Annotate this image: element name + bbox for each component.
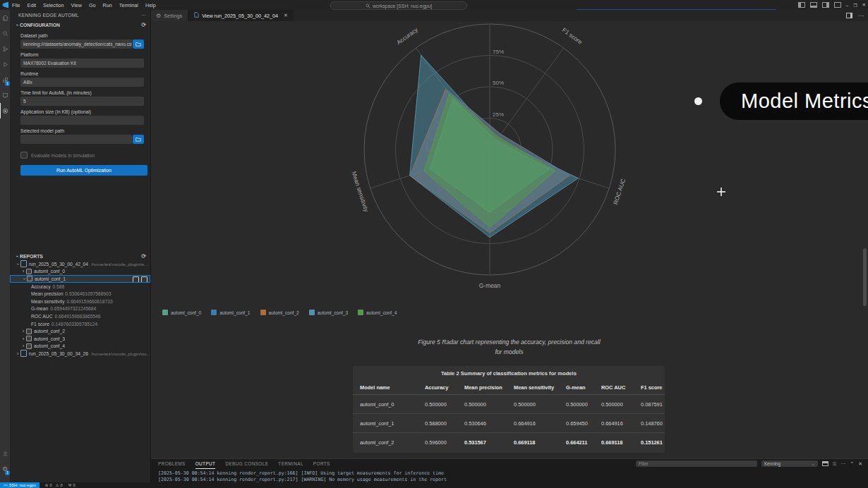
- close-icon[interactable]: ✕: [284, 13, 288, 18]
- lock-scroll-icon[interactable]: ⚿: [833, 461, 836, 467]
- checkbox-icon[interactable]: [20, 152, 28, 159]
- open-output-in-editor-icon[interactable]: [822, 461, 828, 466]
- panel-tab-debug-console[interactable]: DEBUG CONSOLE: [225, 461, 268, 469]
- metric-roc-auc[interactable]: ROC AUC0.6649159663865546: [10, 312, 150, 320]
- toggle-panel-icon[interactable]: [810, 2, 817, 8]
- more-actions-icon[interactable]: ⋯: [840, 461, 845, 467]
- svg-text:25%: 25%: [493, 111, 504, 118]
- metric-value: 0.588: [53, 284, 65, 289]
- panel-tab-terminal[interactable]: TERMINAL: [278, 461, 303, 469]
- panel-tab-problems[interactable]: PROBLEMS: [158, 461, 186, 469]
- chevron-right-icon[interactable]: ›: [20, 328, 26, 334]
- table-cell: 0.669118: [507, 439, 559, 446]
- config-label: automl_conf_0: [34, 269, 65, 274]
- menu-go[interactable]: Go: [85, 2, 100, 8]
- radar-chart: 75%50%25%AccuracyF1 scoreROC AUCG-meanMe…: [150, 21, 862, 325]
- refresh-icon[interactable]: ⟳: [141, 253, 146, 260]
- minimize-icon[interactable]: –: [846, 3, 849, 8]
- config-label: automl_conf_1: [35, 276, 66, 281]
- ports-indicator[interactable]: Ψ0: [68, 483, 76, 487]
- tree-item-automl_conf_0[interactable]: ›automl_conf_0: [10, 268, 150, 276]
- tree-item-automl_conf_1[interactable]: ›automl_conf_1: [10, 275, 150, 283]
- command-center-search[interactable]: workspace [SSH: nuc-egpu]: [330, 1, 467, 10]
- toggle-secondary-sidebar-icon[interactable]: [822, 2, 829, 8]
- chevron-right-icon[interactable]: ›: [20, 336, 26, 342]
- menu-view[interactable]: View: [68, 2, 85, 8]
- remote-explorer-icon: [2, 92, 8, 99]
- table-cell: 0.664211: [559, 439, 594, 446]
- panel-tab-output[interactable]: OUTPUT: [195, 461, 216, 469]
- activity-bar: 1⚙1: [0, 10, 10, 482]
- simulate-checkbox-row[interactable]: Evaluate models in simulation: [20, 152, 150, 159]
- close-window-icon[interactable]: ✕: [862, 2, 866, 8]
- activity-item-source-control[interactable]: [0, 41, 10, 56]
- output-filter-input[interactable]: Filter: [636, 460, 757, 467]
- field-input-0[interactable]: kenning:///datasets/anomaly_detection/ca…: [20, 39, 132, 49]
- field-input-3[interactable]: 5: [20, 97, 144, 106]
- run-automl-button[interactable]: Run AutoML Optimization: [20, 165, 147, 176]
- activity-item-explorer[interactable]: [0, 10, 10, 25]
- field-input-2[interactable]: Ai8x: [20, 78, 144, 87]
- chevron-right-icon[interactable]: ›: [20, 268, 26, 274]
- activity-item-extensions[interactable]: 1: [0, 72, 10, 87]
- split-editor-icon[interactable]: [846, 13, 852, 18]
- browse-button[interactable]: [133, 39, 144, 49]
- table-caption: Table 2 Summary of classification metric…: [353, 366, 665, 380]
- tree-item-automl_conf_3[interactable]: ›automl_conf_3: [10, 335, 150, 343]
- config-icon: [27, 276, 32, 281]
- tab-report-view[interactable]: View run_2025_05_30_00_42_04✕: [188, 10, 294, 21]
- refresh-icon[interactable]: ⟳: [141, 22, 146, 28]
- chevron-right-icon[interactable]: ›: [15, 350, 20, 357]
- metric-g-mean[interactable]: G-mean0.6594497321245684: [10, 305, 150, 313]
- chevron-down-icon[interactable]: ›: [21, 276, 28, 281]
- scrollbar-thumb[interactable]: [863, 248, 867, 306]
- metric-f1-score[interactable]: F1 score0.1487603305785124: [10, 320, 150, 328]
- menu-selection[interactable]: Selection: [40, 2, 68, 8]
- browse-button[interactable]: [133, 135, 144, 144]
- tree-item-run-0[interactable]: ›run_2025_05_30_00_42_04/home/ant/vscode…: [10, 260, 150, 268]
- menu-help[interactable]: Help: [142, 2, 159, 8]
- legend-item-automl_conf_0: automl_conf_0: [162, 310, 201, 315]
- open-file-icon[interactable]: [141, 276, 147, 283]
- activity-item-search[interactable]: [0, 25, 10, 41]
- activity-item-remote-explorer[interactable]: [0, 87, 10, 103]
- tree-item-automl_conf_4[interactable]: ›automl_conf_4: [10, 343, 150, 350]
- menu-bar: FileEditSelectionViewGoRunTerminalHelp: [8, 2, 159, 8]
- table-cell: 0.659450: [559, 420, 594, 427]
- configuration-header[interactable]: › CONFIGURATION ⟳: [10, 20, 150, 30]
- metric-mean-precision[interactable]: Mean precision0.5306461057588903: [10, 290, 150, 298]
- output-channel-select[interactable]: Kenning ⌄: [761, 460, 818, 467]
- activity-item-run-and-debug[interactable]: [0, 56, 10, 72]
- tab-settings[interactable]: ⚙Settings: [150, 10, 188, 21]
- menu-edit[interactable]: Edit: [24, 2, 40, 8]
- menu-file[interactable]: File: [8, 2, 24, 8]
- menu-run[interactable]: Run: [100, 2, 116, 8]
- remote-indicator[interactable]: >< SSH: nuc-egpu: [0, 482, 40, 488]
- chevron-down-icon[interactable]: ›: [15, 261, 21, 267]
- field-input-5[interactable]: [20, 135, 132, 144]
- account-icon[interactable]: [0, 446, 10, 461]
- panel-tab-ports[interactable]: PORTS: [313, 461, 330, 469]
- activity-item-kenning[interactable]: [0, 103, 10, 118]
- maximize-panel-icon[interactable]: ⌃: [850, 461, 854, 467]
- more-actions-icon[interactable]: ⋯: [858, 13, 864, 19]
- open-report-icon[interactable]: [133, 276, 139, 283]
- more-actions-icon[interactable]: ⋯: [141, 13, 146, 18]
- chevron-right-icon[interactable]: ›: [20, 343, 26, 349]
- error-icon: ⊘: [45, 483, 49, 487]
- field-input-4[interactable]: [20, 116, 144, 125]
- settings-gear-icon[interactable]: ⚙1: [0, 461, 10, 477]
- tree-item-automl_conf_2[interactable]: ›automl_conf_2: [10, 327, 150, 335]
- toggle-sidebar-icon[interactable]: [798, 2, 805, 8]
- tree-item-run-1[interactable]: ›run_2025_05_30_00_34_26/home/ant/vscode…: [10, 350, 150, 358]
- field-input-1[interactable]: MAX78002 Evaluation Kit: [20, 59, 144, 68]
- metric-accuracy[interactable]: Accuracy0.588: [10, 283, 150, 291]
- metric-mean-sensitivity[interactable]: Mean sensitivity0.6649159660618733: [10, 298, 150, 305]
- config-label: automl_conf_4: [34, 343, 65, 348]
- menu-terminal[interactable]: Terminal: [116, 2, 142, 8]
- close-panel-icon[interactable]: ✕: [858, 461, 862, 467]
- output-log[interactable]: [2025-05-30 00:54:14 kenning render_repo…: [150, 469, 868, 482]
- restore-icon[interactable]: ❐: [853, 3, 857, 8]
- problems-indicator[interactable]: ⊘0 ⚠0: [45, 483, 63, 487]
- customize-layout-icon[interactable]: [834, 2, 841, 8]
